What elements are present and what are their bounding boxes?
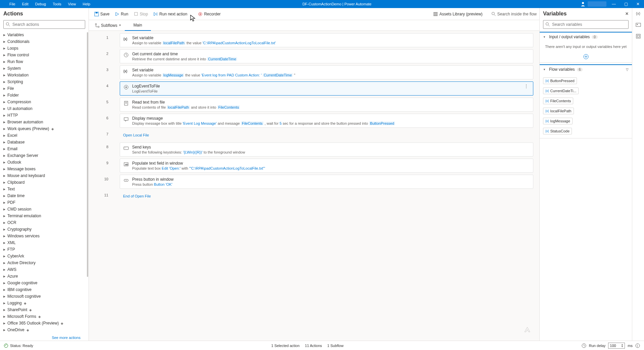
- ui-elements-rail-icon[interactable]: [636, 34, 641, 39]
- action-category[interactable]: ▶Variables: [2, 32, 87, 38]
- action-category[interactable]: ▶XML: [2, 239, 87, 246]
- flow-step[interactable]: Get current date and timeRetrieve the cu…: [120, 49, 533, 63]
- maximize-button[interactable]: ▢: [620, 2, 632, 6]
- flow-step[interactable]: abPopulate text field in windowPopulate …: [120, 159, 533, 173]
- action-category[interactable]: ▶Microsoft cognitive: [2, 293, 87, 300]
- flow-step[interactable]: Send keysSend the following keystrokes: …: [120, 142, 533, 157]
- subflow-marker[interactable]: End of Open File: [120, 191, 533, 201]
- stop-button[interactable]: Stop: [131, 12, 151, 16]
- action-category[interactable]: ▶Message boxes: [2, 166, 87, 172]
- menu-edit[interactable]: Edit: [19, 2, 32, 6]
- action-category[interactable]: ▶File: [2, 85, 87, 92]
- flow-step[interactable]: Display messageDisplay message box with …: [120, 114, 533, 128]
- action-category[interactable]: ▶HTTP: [2, 112, 87, 119]
- action-category[interactable]: ▶Compression: [2, 99, 87, 105]
- menu-help[interactable]: Help: [79, 2, 94, 6]
- menu-debug[interactable]: Debug: [32, 2, 49, 6]
- action-category[interactable]: ▶UI automation: [2, 105, 87, 112]
- action-category[interactable]: ▶Flow control: [2, 52, 87, 58]
- account-badge[interactable]: [588, 1, 606, 7]
- action-category[interactable]: ▶Mouse and keyboard: [2, 172, 87, 179]
- variable-chip[interactable]: {x}ButtonPressed: [543, 77, 577, 84]
- filter-icon[interactable]: ▽: [626, 68, 629, 71]
- tab-main[interactable]: Main: [125, 20, 151, 31]
- actions-search[interactable]: [3, 20, 85, 29]
- action-category[interactable]: ▶Azure: [2, 273, 87, 280]
- save-button[interactable]: Save: [92, 12, 112, 16]
- action-category[interactable]: ▶Run flow: [2, 58, 87, 65]
- flow-step[interactable]: {x}Set variableAssign to variable localF…: [120, 33, 533, 47]
- action-category[interactable]: ▶OneDrive◈: [2, 327, 87, 333]
- action-category[interactable]: ▶Database: [2, 139, 87, 145]
- action-category[interactable]: ▶Folder: [2, 92, 87, 99]
- variables-rail-icon[interactable]: {x}: [636, 11, 641, 16]
- account-icon[interactable]: [580, 1, 586, 7]
- action-category[interactable]: ▶Email: [2, 145, 87, 152]
- action-category[interactable]: ▶PDF: [2, 199, 87, 206]
- variable-chip[interactable]: {x}FileContents: [543, 98, 573, 104]
- action-category[interactable]: ▶IBM cognitive: [2, 286, 87, 293]
- action-category[interactable]: ▶CMD session: [2, 206, 87, 213]
- step-menu-button[interactable]: ⋮: [523, 84, 530, 89]
- info-icon[interactable]: i: [635, 343, 640, 348]
- action-category[interactable]: ▶Office 365 Outlook (Preview)◈: [2, 320, 87, 327]
- action-category[interactable]: ▶CyberArk: [2, 253, 87, 259]
- run-delay-input[interactable]: 100 ▲▼: [608, 343, 625, 349]
- action-category[interactable]: ▶System: [2, 65, 87, 72]
- flow-step[interactable]: LogEventToFileLogEventToFile⋮: [120, 81, 533, 96]
- menu-view[interactable]: View: [65, 2, 79, 6]
- action-category[interactable]: ▶Excel: [2, 132, 87, 139]
- flow-canvas[interactable]: 1{x}Set variableAssign to variable local…: [89, 31, 539, 341]
- action-category[interactable]: ▶Conditionals: [2, 38, 87, 45]
- action-category[interactable]: ▶Date time: [2, 192, 87, 199]
- action-category[interactable]: ▶Active Directory: [2, 259, 87, 266]
- action-category[interactable]: ▶Loops: [2, 45, 87, 52]
- action-category[interactable]: ▶Google cognitive: [2, 280, 87, 286]
- add-io-variable-button[interactable]: [540, 52, 632, 62]
- action-category[interactable]: ▶FTP: [2, 246, 87, 253]
- action-category[interactable]: ▶Windows services: [2, 233, 87, 239]
- variable-chip[interactable]: {x}logMessage: [543, 118, 573, 124]
- action-category[interactable]: ▶OCR: [2, 219, 87, 226]
- variables-search-input[interactable]: [552, 22, 626, 27]
- action-category[interactable]: ▶Scripting: [2, 78, 87, 85]
- flow-step[interactable]: Press button in windowPress button Butto…: [120, 175, 533, 189]
- flow-variables-header[interactable]: ▼ Flow variables 6 ▽: [540, 64, 632, 74]
- action-category[interactable]: ▶Workstation: [2, 72, 87, 78]
- run-next-button[interactable]: Run next action: [151, 12, 190, 16]
- flow-step[interactable]: Read text from fileRead contents of file…: [120, 98, 533, 112]
- action-category[interactable]: ▶Text: [2, 186, 87, 192]
- images-rail-icon[interactable]: [636, 22, 641, 27]
- subflow-marker[interactable]: Open Local File: [120, 130, 533, 140]
- flow-search[interactable]: Search inside the flow: [491, 12, 537, 16]
- minimize-button[interactable]: —: [608, 2, 620, 6]
- io-variables-header[interactable]: ▼ Input / output variables 0: [540, 32, 632, 41]
- flow-hint-icon[interactable]: [524, 327, 532, 335]
- variables-search[interactable]: [543, 20, 629, 29]
- close-variables-button[interactable]: ✕: [625, 11, 629, 16]
- variable-chip[interactable]: {x}StatusCode: [543, 128, 572, 134]
- actions-search-input[interactable]: [12, 22, 83, 27]
- action-category[interactable]: ▶Outlook: [2, 159, 87, 166]
- actions-scrollbar[interactable]: [87, 32, 88, 277]
- variable-chip[interactable]: {x}CurrentDateTi...: [543, 88, 579, 94]
- assets-library-button[interactable]: Assets Library (preview): [431, 12, 485, 16]
- action-category[interactable]: ▶SharePoint◈: [2, 306, 87, 313]
- action-category[interactable]: ▶Work queues (Preview)◈: [2, 125, 87, 132]
- menu-file[interactable]: File: [6, 2, 19, 6]
- menu-tools[interactable]: Tools: [49, 2, 65, 6]
- variable-chip[interactable]: {x}localFilePath: [543, 108, 574, 114]
- action-category[interactable]: ▶Clipboard: [2, 179, 87, 186]
- subflows-dropdown[interactable]: Subflows ▼: [92, 23, 125, 28]
- action-category[interactable]: ▶Exchange Server: [2, 152, 87, 159]
- recorder-button[interactable]: Recorder: [195, 12, 223, 16]
- run-button[interactable]: Run: [112, 12, 131, 16]
- action-category[interactable]: ▶Terminal emulation: [2, 213, 87, 219]
- close-button[interactable]: ✕: [632, 2, 644, 6]
- action-category[interactable]: ▶Logging◈: [2, 300, 87, 306]
- action-category[interactable]: ▶Browser automation: [2, 119, 87, 125]
- flow-step[interactable]: {x}Set variableAssign to variable logMes…: [120, 65, 533, 79]
- action-category[interactable]: ▶Cryptography: [2, 226, 87, 233]
- action-category[interactable]: ▶Microsoft Forms◈: [2, 313, 87, 320]
- action-category[interactable]: ▶AWS: [2, 266, 87, 273]
